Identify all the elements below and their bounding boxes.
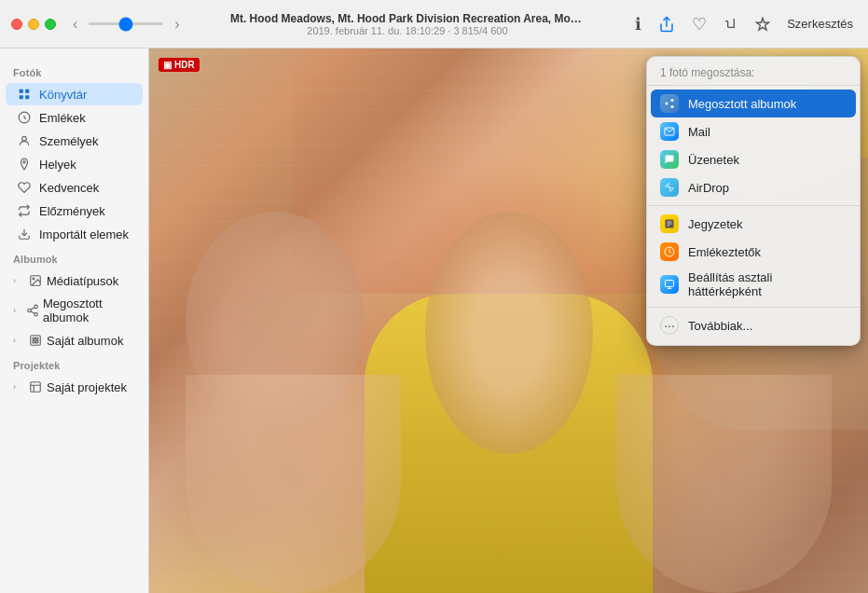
hdr-badge: ▣ HDR: [158, 58, 200, 72]
favorites-icon: [18, 181, 31, 194]
sidebar-label-kedvencek: Kedvencek: [39, 181, 99, 195]
sidebar-label-konyvtar: Könyvtár: [39, 88, 87, 102]
share-header: 1 fotó megosztása:: [647, 62, 860, 86]
kedvencek-icon: [17, 180, 32, 195]
sidebar-item-helyek[interactable]: Helyek: [6, 153, 143, 175]
share-item-wallpaper[interactable]: Beállítás asztali háttérképként: [647, 266, 860, 303]
memories-icon: [18, 111, 31, 124]
history-icon: [18, 204, 31, 217]
sidebar-label-szemelyek: Személyek: [39, 134, 99, 148]
svg-rect-22: [36, 341, 38, 343]
places-icon: [18, 158, 31, 171]
share-label-megosztott-albumok: Megosztott albumok: [688, 97, 796, 111]
share-item-tovabbiak[interactable]: ··· Továbbiak...: [647, 311, 860, 339]
info-button[interactable]: ℹ: [631, 12, 645, 36]
share-item-jegyzetek[interactable]: Jegyzetek: [647, 210, 860, 238]
bottom-left-figure: [186, 375, 401, 593]
share-divider-2: [647, 307, 860, 308]
sidebar-item-emlekek[interactable]: Emlékek: [6, 106, 143, 129]
airdrop-icon: [660, 178, 679, 197]
library-icon: [18, 88, 31, 101]
crop-button[interactable]: [720, 15, 742, 34]
minimize-button[interactable]: [28, 19, 39, 30]
sajat-albumok-icon: [28, 333, 43, 348]
megosztott-icon: [26, 303, 39, 318]
wallpaper-icon: [660, 275, 679, 294]
sidebar-item-konyvtar[interactable]: Könyvtár: [6, 83, 143, 105]
window-title: Mt. Hood Meadows, Mt. Hood Park Division…: [230, 12, 585, 25]
more-icon: ···: [660, 316, 679, 335]
sidebar-label-mediatipusok: Médiatípusok: [47, 274, 118, 288]
album-icon: [29, 334, 42, 347]
share-label-mail: Mail: [688, 125, 710, 139]
sidebar-item-importalt[interactable]: Importált elemek: [6, 223, 143, 245]
maximize-button[interactable]: [45, 19, 56, 30]
shared-icon: [26, 304, 39, 317]
photo-area: ▣ HDR 1 fotó megosztása: Megosztott albu…: [149, 48, 868, 593]
svg-rect-34: [666, 281, 674, 287]
sidebar-label-emlekek: Emlékek: [39, 111, 86, 125]
share-dropdown: 1 fotó megosztása: Megosztott albumok: [646, 56, 861, 346]
favorite-button[interactable]: ♡: [688, 12, 710, 36]
media-icon: [29, 274, 42, 287]
mediatipusok-icon: [28, 273, 43, 288]
svg-line-16: [31, 311, 34, 313]
hdr-label: HDR: [174, 60, 195, 70]
share-label-airdrop: AirDrop: [688, 181, 729, 195]
share-icon: [658, 16, 675, 33]
shared-albums-icon: [660, 94, 679, 113]
svg-point-26: [671, 105, 674, 108]
share-label-tovabbiak: Továbbiak...: [688, 319, 752, 333]
share-item-emlekeztetek[interactable]: Emlékeztetők: [647, 238, 860, 266]
close-button[interactable]: [11, 19, 22, 30]
magic-button[interactable]: [751, 15, 774, 34]
sidebar-item-sajat-projektek[interactable]: › Saját projektek: [6, 376, 143, 398]
importalt-icon: [17, 227, 32, 241]
back-button[interactable]: ‹: [69, 14, 81, 34]
zoom-slider[interactable]: [89, 22, 163, 25]
crop-icon: [723, 17, 738, 32]
svg-point-24: [671, 99, 674, 102]
import-icon: [18, 228, 31, 241]
sidebar-item-elozmenyek[interactable]: Előzmények: [6, 200, 143, 222]
sidebar-label-sajat-albumok: Saját albumok: [47, 334, 123, 348]
share-item-airdrop[interactable]: AirDrop: [647, 173, 860, 201]
share-item-uzenetek[interactable]: Üzenetek: [647, 145, 860, 173]
share-item-megosztott-albumok[interactable]: Megosztott albumok: [651, 90, 856, 117]
sidebar-section-albumok: Albumok: [0, 246, 148, 269]
svg-point-14: [28, 309, 32, 312]
sidebar-item-mediatipusok[interactable]: › Médiatípusok: [6, 269, 143, 292]
elozmenyek-icon: [17, 203, 32, 218]
titlebar: ‹ › Mt. Hood Meadows, Mt. Hood Park Divi…: [0, 0, 868, 48]
share-item-mail[interactable]: Mail: [647, 117, 860, 145]
svg-point-15: [34, 312, 38, 316]
heart-icon: ♡: [692, 14, 707, 34]
share-label-uzenetek: Üzenetek: [688, 153, 739, 167]
sidebar-item-kedvencek[interactable]: Kedvencek: [6, 176, 143, 199]
sidebar-item-szemelyek[interactable]: Személyek: [6, 130, 143, 152]
sajat-projektek-icon: [28, 379, 43, 394]
forward-button[interactable]: ›: [171, 14, 183, 34]
sidebar-label-sajat-projektek: Saját projektek: [47, 380, 127, 394]
svg-line-17: [31, 308, 34, 310]
edit-button[interactable]: Szerkesztés: [783, 15, 857, 33]
svg-point-8: [22, 136, 27, 141]
sidebar-label-elozmenyek: Előzmények: [39, 204, 105, 218]
share-label-jegyzetek: Jegyzetek: [688, 217, 743, 231]
svg-rect-20: [36, 338, 38, 339]
svg-point-9: [23, 161, 25, 163]
window-subtitle: 2019. február 11. du. 18:10:29 · 3 815/4…: [184, 25, 632, 36]
share-label-wallpaper: Beállítás asztali háttérképként: [688, 270, 847, 298]
svg-point-13: [34, 305, 38, 309]
share-label-emlekeztetek: Emlékeztetők: [688, 245, 761, 259]
svg-rect-5: [20, 95, 23, 99]
sidebar-item-megosztott-albumok[interactable]: › Megosztott albumok: [6, 293, 143, 328]
chevron-sajat-albumok: ›: [13, 336, 24, 345]
svg-rect-19: [33, 338, 34, 339]
chevron-megosztott: ›: [13, 306, 22, 315]
svg-rect-4: [25, 90, 29, 93]
share-button[interactable]: [654, 14, 679, 34]
magic-icon: [755, 17, 770, 32]
szemelyek-icon: [17, 133, 32, 148]
sidebar-item-sajat-albumok[interactable]: › Saját albumok: [6, 329, 143, 352]
